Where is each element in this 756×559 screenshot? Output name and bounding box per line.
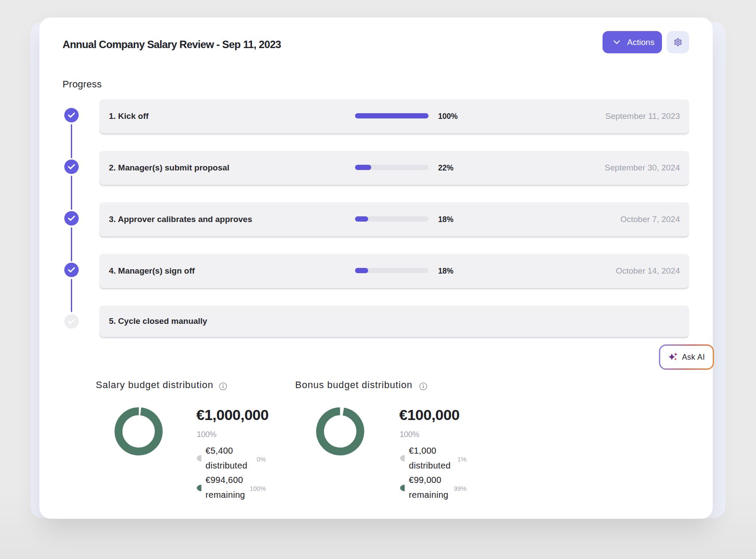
svg-text:i: i xyxy=(222,384,224,389)
svg-text:i: i xyxy=(422,384,424,389)
